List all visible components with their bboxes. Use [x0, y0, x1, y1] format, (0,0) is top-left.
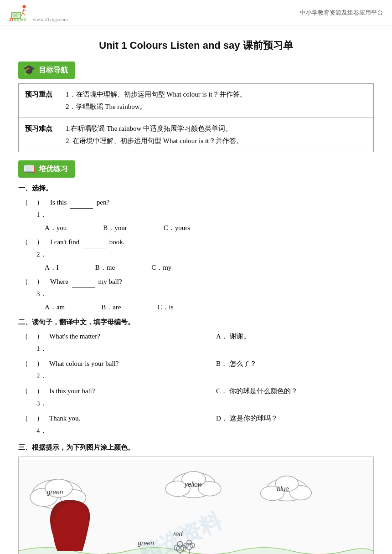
exercise2-title: 二、读句子，翻译中文，填字母编号。 — [18, 318, 374, 327]
svg-point-0 — [22, 5, 26, 8]
row1-line2: 2．学唱歌谣 The rainbow。 — [66, 101, 367, 113]
q1-opt-a: A．you — [45, 224, 67, 232]
q2-num: ）2． — [36, 236, 50, 261]
q2-row: （ ）2． I can't find book. — [18, 236, 374, 261]
q2-text: I can't find book. — [50, 236, 374, 248]
m4-paren: （ — [18, 412, 31, 425]
main-content: Unit 1 Colours Listen and say 课前预习单 🎓 目标… — [0, 26, 392, 554]
m3-num: ）3． — [36, 385, 49, 410]
svg-text:世纪教育: 世纪教育 — [14, 18, 26, 22]
q3-text: Where my ball? — [50, 276, 374, 288]
m2-paren: （ — [18, 358, 31, 370]
page-header: 21 世纪教育 www.21cnjy.com 中小学教育资源及组卷应用平台 — [0, 0, 392, 26]
page-title: Unit 1 Colours Listen and say 课前预习单 — [18, 39, 374, 52]
svg-line-3 — [23, 13, 25, 15]
svg-text:blue: blue — [277, 485, 289, 492]
svg-text:yellow: yellow — [184, 481, 203, 488]
row2-line1: 1.在听唱歌谣 The rainbow 中适度拓展学习颜色类单词。 — [66, 123, 367, 135]
q3-opt-c: C．is — [158, 303, 174, 312]
match-q1: （ ）1． What's the matter? A． 谢谢。 — [18, 330, 374, 355]
q2-opt-a: A．I — [45, 263, 59, 272]
q2-paren-close — [31, 236, 36, 248]
svg-text:21: 21 — [9, 17, 14, 22]
q1-paren-close — [31, 196, 36, 209]
m2-right: B． 怎么了？ — [207, 358, 374, 370]
exercise3-section: 三、根据提示，为下列图片涂上颜色。 — [18, 443, 374, 554]
row2-label: 预习难点 — [19, 118, 59, 152]
m1-num: ）1． — [36, 330, 49, 355]
logo-url: www.21cnjy.com — [33, 16, 68, 22]
exercise1-section: 一、选择。 （ ）1． Is this pen? A．you B．your C．… — [18, 184, 374, 312]
q2-paren: （ — [18, 236, 31, 248]
q3-options: A．am B．are C．is — [45, 303, 374, 312]
q3-num: ）3． — [36, 276, 50, 300]
svg-rect-8 — [13, 14, 19, 14]
logo-icon: 21 世纪教育 — [9, 4, 31, 22]
match-q2: （ ）2． What colour is your ball? B． 怎么了？ — [18, 358, 374, 382]
m1-paren: （ — [18, 330, 31, 343]
row1-content: 1．在语境中理解、初步运用句型 What colour is it？并作答。 2… — [59, 84, 374, 118]
svg-line-5 — [24, 10, 26, 11]
header-right-text: 中小学教育资源及组卷应用平台 — [300, 9, 383, 17]
q2-options: A．I B．me C．my — [45, 263, 374, 272]
section1-header-label: 目标导航 — [39, 66, 68, 75]
m1-left: What's the matter? — [49, 330, 207, 343]
q3-paren: （ — [18, 276, 31, 288]
q1-num: ）1． — [36, 196, 50, 221]
m3-left: Is this your ball? — [49, 385, 207, 397]
row2-line2: 2. 在语境中理解、初步运用句型 What colour is it？并作答。 — [66, 135, 367, 147]
q3-paren-close — [31, 276, 36, 288]
graduation-cap-icon: 🎓 — [23, 64, 35, 76]
section1: 🎓 目标导航 预习重点 1．在语境中理解、初步运用句型 What colour … — [18, 62, 374, 152]
q1-opt-b: B．your — [103, 224, 127, 232]
svg-rect-9 — [13, 15, 18, 15]
exercise2-section: 二、读句子，翻译中文，填字母编号。 （ ）1． What's the matte… — [18, 318, 374, 437]
q1-row: （ ）1． Is this pen? — [18, 196, 374, 221]
preview-table: 预习重点 1．在语境中理解、初步运用句型 What colour is it？并… — [18, 83, 374, 152]
svg-line-2 — [21, 13, 23, 16]
coloring-scene-svg: green yellow blue red green yellow blue … — [19, 457, 373, 554]
svg-text:green: green — [47, 488, 63, 496]
match-q4: （ ）4． Thank you. D． 这是你的球吗？ — [18, 412, 374, 437]
q1-text: Is this pen? — [50, 196, 374, 209]
q1-opt-c: C．yours — [164, 224, 190, 232]
m3-right: C． 你的球是什么颜色的？ — [207, 385, 374, 397]
q3-opt-a: A．am — [45, 303, 65, 312]
m2-left: What colour is your ball? — [49, 358, 207, 370]
q1-paren: （ — [18, 196, 31, 209]
q2-opt-b: B．me — [95, 263, 115, 272]
match-q3: （ ）3． Is this your ball? C． 你的球是什么颜色的？ — [18, 385, 374, 410]
q2-opt-c: C．my — [151, 263, 171, 272]
table-row-2: 预习难点 1.在听唱歌谣 The rainbow 中适度拓展学习颜色类单词。 2… — [19, 118, 374, 152]
row1-label: 预习重点 — [19, 84, 59, 118]
table-row-1: 预习重点 1．在语境中理解、初步运用句型 What colour is it？并… — [19, 84, 374, 118]
exercise3-title: 三、根据提示，为下列图片涂上颜色。 — [18, 443, 374, 452]
q3-opt-b: B．are — [101, 303, 121, 312]
m3-paren: （ — [18, 385, 31, 397]
m4-left: Thank you. — [49, 412, 207, 425]
m1-right: A． 谢谢。 — [207, 330, 374, 343]
m4-num: ）4． — [36, 412, 49, 437]
section1-header: 🎓 目标导航 — [18, 62, 75, 79]
row2-content: 1.在听唱歌谣 The rainbow 中适度拓展学习颜色类单词。 2. 在语境… — [59, 118, 374, 152]
row1-line1: 1．在语境中理解、初步运用句型 What colour is it？并作答。 — [66, 88, 367, 101]
svg-rect-10 — [13, 16, 18, 16]
exercise1-title: 一、选择。 — [18, 184, 374, 193]
m2-num: ）2． — [36, 358, 49, 382]
coloring-image-box: green yellow blue red green yellow blue … — [18, 457, 374, 554]
logo-area: 21 世纪教育 www.21cnjy.com — [9, 4, 68, 22]
book-icon: 📖 — [23, 163, 35, 175]
q1-options: A．you B．your C．yours — [45, 224, 374, 232]
section2-header: 📖 培优练习 — [18, 160, 75, 178]
q3-row: （ ）3． Where my ball? — [18, 276, 374, 300]
section2-header-label: 培优练习 — [39, 164, 68, 174]
m4-right: D． 这是你的球吗？ — [207, 412, 374, 425]
section2: 📖 培优练习 — [18, 160, 374, 184]
